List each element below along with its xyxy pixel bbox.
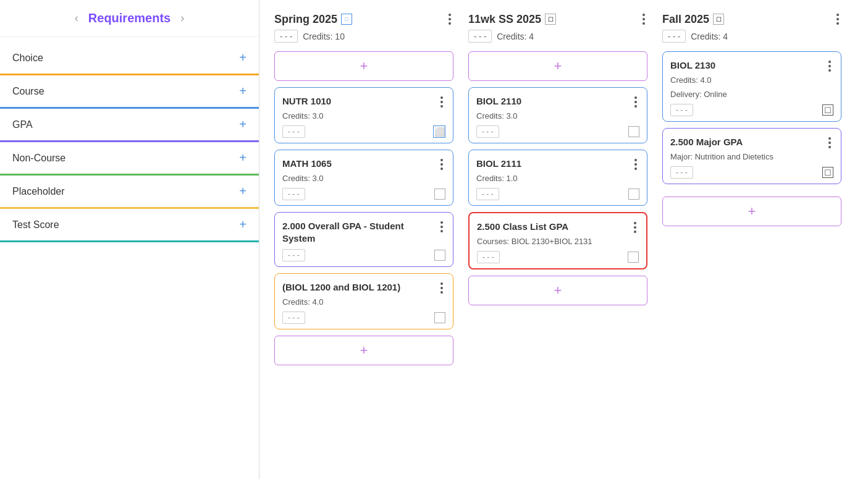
sidebar-item-gpa-add[interactable]: + <box>239 117 246 132</box>
card-gpa-class-list-checkbox[interactable] <box>628 252 639 263</box>
sidebar-item-placeholder-add[interactable]: + <box>239 184 246 198</box>
card-biol-2111-header: BIOL 2111 <box>476 158 639 171</box>
card-gpa-class-list-menu[interactable] <box>631 221 639 234</box>
sidebar-item-gpa-label: GPA <box>12 119 33 130</box>
card-biol-2110-title: BIOL 2110 <box>476 95 632 108</box>
spring-2025-expand-icon[interactable]: □ <box>341 14 352 25</box>
sidebar-title: Requirements <box>88 11 171 25</box>
card-biol-2130: BIOL 2130 Credits: 4.0 Delivery: Online … <box>662 51 841 122</box>
sidebar-item-course[interactable]: Course + <box>0 75 259 109</box>
card-gpa-student-footer: - - - <box>282 249 445 261</box>
column-11wk-header: 11wk SS 2025 ☐ <box>468 12 647 26</box>
11wk-credits-row: - - - Credits: 4 <box>468 30 647 43</box>
card-gpa-major-header: 2.500 Major GPA <box>670 136 833 150</box>
sidebar-item-non-course-add[interactable]: + <box>239 151 246 165</box>
card-biol-2110-menu[interactable] <box>632 95 639 109</box>
card-biol-2130-title: BIOL 2130 <box>670 59 826 72</box>
sidebar-item-non-course-label: Non-Course <box>12 153 65 164</box>
11wk-menu-icon[interactable] <box>640 12 647 26</box>
card-nutr-1010-subtitle: Credits: 3.0 <box>282 111 445 121</box>
spring-2025-add-bottom-button[interactable]: + <box>274 336 453 365</box>
card-gpa-class-list-footer: - - - <box>477 251 639 263</box>
sidebar-item-test-score-add[interactable]: + <box>239 218 246 232</box>
sidebar-item-choice-label: Choice <box>12 53 43 64</box>
card-gpa-class-list-subtitle: Courses: BIOL 2130+BIOL 2131 <box>477 237 639 246</box>
card-biol-2130-dash: - - - <box>670 104 693 116</box>
card-gpa-major-menu[interactable] <box>826 136 833 150</box>
11wk-credits-text: Credits: 4 <box>497 32 534 41</box>
sidebar-item-placeholder[interactable]: Placeholder + <box>0 176 259 209</box>
card-biol-2110-subtitle: Credits: 3.0 <box>476 111 639 121</box>
11wk-expand-icon[interactable]: ☐ <box>545 14 556 25</box>
card-biol-2111-checkbox[interactable] <box>628 189 639 200</box>
card-biol-group-checkbox[interactable] <box>434 312 445 323</box>
card-biol-2130-header: BIOL 2130 <box>670 59 833 73</box>
card-gpa-student-checkbox[interactable] <box>434 250 445 261</box>
column-fall-2025-header: Fall 2025 ☐ <box>662 12 841 26</box>
card-biol-2111-footer: - - - <box>476 188 639 200</box>
11wk-add-bottom-button[interactable]: + <box>468 276 647 305</box>
fall-2025-menu-icon[interactable] <box>834 12 841 26</box>
card-math-1065-dash: - - - <box>282 188 305 200</box>
card-gpa-class-list-title: 2.500 Class List GPA <box>477 221 631 233</box>
card-biol-2130-menu[interactable] <box>826 59 833 73</box>
card-nutr-1010-title: NUTR 1010 <box>282 95 438 108</box>
fall-2025-expand-icon[interactable]: ☐ <box>713 14 724 25</box>
sidebar-item-course-add[interactable]: + <box>239 84 246 98</box>
card-nutr-1010-checkbox[interactable]: ⬜ <box>433 125 445 138</box>
fall-2025-credits-badge: - - - <box>662 30 686 43</box>
card-gpa-major-subtitle: Major: Nutrition and Dietetics <box>670 152 833 161</box>
card-biol-2111-menu[interactable] <box>632 158 639 171</box>
card-math-1065-header: MATH 1065 <box>282 158 445 171</box>
card-biol-group-footer: - - - <box>282 312 445 324</box>
card-biol-group-menu[interactable] <box>438 281 445 295</box>
spring-2025-menu-icon[interactable] <box>446 12 453 26</box>
11wk-credits-badge: - - - <box>468 30 492 43</box>
card-biol-2111-title: BIOL 2111 <box>476 158 632 170</box>
card-gpa-major: 2.500 Major GPA Major: Nutrition and Die… <box>662 128 841 184</box>
spring-2025-credits-text: Credits: 10 <box>303 32 345 41</box>
sidebar-item-non-course[interactable]: Non-Course + <box>0 142 259 176</box>
card-biol-group: (BIOL 1200 and BIOL 1201) Credits: 4.0 -… <box>274 273 453 329</box>
card-biol-2110-checkbox[interactable] <box>628 126 639 137</box>
card-math-1065-checkbox[interactable] <box>434 189 445 200</box>
card-gpa-student-menu[interactable] <box>438 220 445 234</box>
card-biol-2130-subtitle-delivery: Delivery: Online <box>670 90 833 99</box>
card-math-1065-menu[interactable] <box>438 158 445 171</box>
sidebar-item-choice-add[interactable]: + <box>239 51 246 65</box>
card-math-1065-title: MATH 1065 <box>282 158 438 170</box>
card-nutr-1010-dash: - - - <box>282 125 305 138</box>
card-gpa-student-title: 2.000 Overall GPA - Student System <box>282 220 438 244</box>
nav-back-arrow[interactable]: ‹ <box>75 12 78 25</box>
sidebar-item-test-score[interactable]: Test Score + <box>0 209 259 242</box>
spring-2025-credits-badge: - - - <box>274 30 298 43</box>
sidebar-item-test-score-label: Test Score <box>12 219 59 231</box>
card-nutr-1010-menu[interactable] <box>438 95 445 109</box>
card-biol-2130-subtitle-credits: Credits: 4.0 <box>670 75 833 85</box>
card-math-1065: MATH 1065 Credits: 3.0 - - - <box>274 150 453 206</box>
nav-forward-arrow[interactable]: › <box>180 12 184 25</box>
card-gpa-class-list-dash: - - - <box>477 251 500 263</box>
column-11wk-ss-2025: 11wk SS 2025 ☐ - - - Credits: 4 + BIOL 2… <box>468 12 647 467</box>
card-biol-group-subtitle: Credits: 4.0 <box>282 297 445 307</box>
column-spring-2025-header: Spring 2025 □ <box>274 12 453 26</box>
card-biol-group-header: (BIOL 1200 and BIOL 1201) <box>282 281 445 295</box>
column-spring-2025-title: Spring 2025 <box>274 13 337 26</box>
card-biol-2110: BIOL 2110 Credits: 3.0 - - - <box>468 87 647 143</box>
fall-2025-add-bottom-button[interactable]: + <box>662 197 841 226</box>
spring-2025-add-top-button[interactable]: + <box>274 51 453 81</box>
card-gpa-class-list: 2.500 Class List GPA Courses: BIOL 2130+… <box>468 212 647 269</box>
card-nutr-1010-header: NUTR 1010 <box>282 95 445 109</box>
card-biol-group-dash: - - - <box>282 312 305 324</box>
sidebar-item-gpa[interactable]: GPA + <box>0 109 259 142</box>
card-biol-2130-checkbox[interactable]: ☐ <box>822 104 833 116</box>
sidebar-item-choice[interactable]: Choice + <box>0 42 259 75</box>
card-gpa-major-checkbox[interactable]: ☐ <box>822 167 833 178</box>
column-fall-2025: Fall 2025 ☐ - - - Credits: 4 BIOL 2130 C… <box>662 12 841 467</box>
card-gpa-student-header: 2.000 Overall GPA - Student System <box>282 220 445 244</box>
card-gpa-class-list-header: 2.500 Class List GPA <box>477 221 639 234</box>
column-spring-2025: Spring 2025 □ - - - Credits: 10 + NUTR 1… <box>274 12 453 467</box>
card-biol-group-title: (BIOL 1200 and BIOL 1201) <box>282 281 438 294</box>
card-gpa-student: 2.000 Overall GPA - Student System - - - <box>274 212 453 267</box>
11wk-add-top-button[interactable]: + <box>468 51 647 81</box>
